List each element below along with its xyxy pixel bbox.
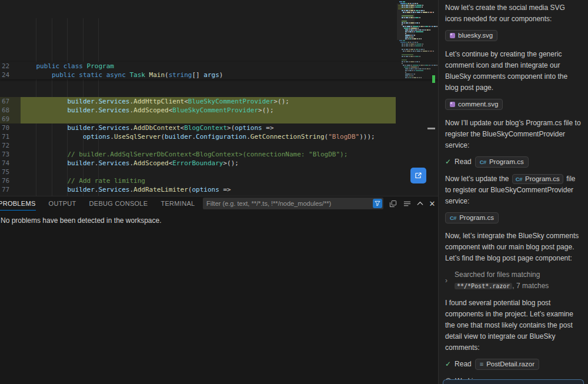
chat-paragraph: Now, let’s integrate the BlueSky comment… — [445, 231, 582, 264]
code-line[interactable]: 73 // builder.AddSqlServerDbContext<Blog… — [0, 150, 396, 159]
line-number: 77 — [0, 185, 21, 194]
csharp-file-icon: C# — [450, 213, 456, 222]
panel-tabs: PROBLEMSOUTPUTDEBUG CONSOLETERMINALPORTS — [0, 196, 231, 211]
minimap[interactable] — [398, 1, 413, 79]
problems-filter-input[interactable] — [203, 198, 383, 209]
csharp-file-icon: C# — [516, 175, 522, 183]
code-line[interactable]: 78 { — [0, 194, 396, 196]
close-panel-icon[interactable]: ✕ — [427, 199, 437, 208]
line-number: 22 — [0, 62, 21, 71]
check-icon: ✓ — [445, 156, 451, 168]
svg-file-icon — [450, 33, 455, 38]
file-chip-program-cs[interactable]: C# Program.cs — [445, 212, 499, 223]
line-number: 67 — [0, 97, 21, 106]
chat-input[interactable] — [443, 379, 584, 384]
view-menu-icon[interactable] — [402, 199, 412, 208]
code-line[interactable]: 70 builder.Services.AddDbContext<BlogCon… — [0, 123, 396, 132]
funnel-icon — [375, 201, 380, 206]
chat-paragraph: Now I’ll update our blog’s Program.cs fi… — [445, 118, 582, 151]
code-line[interactable]: 76 // Add rate limiting — [0, 176, 396, 185]
overview-ruler-cursor-mark — [427, 128, 435, 129]
file-chip-program-cs[interactable]: C# Program.cs — [475, 156, 529, 168]
line-number: 75 — [0, 168, 21, 176]
chat-paragraph: Now let’s create the social media SVG ic… — [445, 2, 582, 25]
problems-empty-message: No problems have been detected in the wo… — [1, 216, 438, 225]
line-number: 72 — [0, 141, 21, 150]
insert-into-file-icon — [414, 171, 423, 180]
chat-paragraph: I found several potential blog post comp… — [445, 298, 582, 353]
check-icon: ✓ — [445, 359, 451, 370]
line-number: 78 — [0, 194, 21, 196]
line-number: 69 — [0, 115, 21, 123]
razor-file-icon: ≡ — [480, 360, 483, 369]
search-tool-row[interactable]: › Searched for files matching **/*Post*.… — [445, 269, 582, 292]
file-chip-postdetail-razor[interactable]: ≡ PostDetail.razor — [475, 359, 539, 370]
problems-filter — [203, 198, 383, 209]
code-line[interactable]: 77 builder.Services.AddRateLimiter(optio… — [0, 185, 396, 194]
line-number: 73 — [0, 150, 21, 159]
code-line[interactable]: 72 — [0, 141, 396, 150]
overview-ruler-added-mark — [432, 75, 435, 83]
code-line[interactable]: 24 public static async Task Main(string[… — [0, 71, 396, 79]
code-line[interactable]: 69 — [0, 115, 396, 123]
svg-file-icon — [450, 102, 455, 107]
read-tool-row: ✓ Read ≡ PostDetail.razor — [445, 359, 582, 370]
line-number: 70 — [0, 123, 21, 132]
tab-output[interactable]: OUTPUT — [49, 197, 76, 210]
chevron-right-icon: › — [445, 275, 451, 286]
code-line[interactable]: 71 options.UseSqlServer(builder.Configur… — [0, 132, 396, 141]
chat-paragraph: Let’s continue by creating the generic c… — [445, 49, 582, 94]
maximize-panel-icon[interactable] — [415, 199, 425, 208]
line-number: 76 — [0, 176, 21, 185]
panel-tab-bar: PROBLEMSOUTPUTDEBUG CONSOLETERMINALPORTS… — [0, 196, 438, 211]
vscode-window: 22 public class Program24 public static … — [0, 0, 588, 384]
chat-panel: Now let’s create the social media SVG ic… — [438, 0, 588, 384]
open-in-editor-icon[interactable] — [388, 199, 397, 208]
code-line[interactable]: 68 builder.Services.AddScoped<BlueSkyCom… — [0, 106, 396, 115]
code-line[interactable]: 22 public class Program — [0, 62, 396, 71]
file-chip-bluesky-svg[interactable]: bluesky.svg — [445, 30, 497, 41]
sticky-scroll[interactable]: 22 public class Program24 public static … — [0, 62, 438, 79]
code-line[interactable]: 67 builder.Services.AddHttpClient<BlueSk… — [0, 97, 396, 106]
tab-debug-console[interactable]: DEBUG CONSOLE — [89, 197, 148, 210]
file-chip-program-cs[interactable]: C#Program.cs — [512, 174, 563, 184]
code-lines[interactable]: 67 builder.Services.AddHttpClient<BlueSk… — [0, 97, 438, 196]
tab-problems[interactable]: PROBLEMS — [0, 197, 36, 211]
read-tool-row: ✓ Read C# Program.cs — [445, 156, 582, 168]
glob-pattern: **/*Post*.razor — [455, 283, 512, 289]
code-editor[interactable]: 22 public class Program24 public static … — [0, 0, 438, 196]
line-number: 74 — [0, 159, 21, 168]
tab-terminal[interactable]: TERMINAL — [161, 197, 195, 210]
apply-edit-button[interactable] — [410, 168, 426, 183]
csharp-file-icon: C# — [480, 158, 486, 166]
line-number: 68 — [0, 106, 21, 115]
filter-icon[interactable] — [373, 199, 382, 208]
file-chip-comment-svg[interactable]: comment.svg — [445, 99, 503, 110]
chat-paragraph: Now let’s update the C#Program.cs file t… — [445, 173, 582, 207]
line-number: 24 — [0, 71, 21, 79]
line-number: 71 — [0, 132, 21, 141]
bottom-panel: PROBLEMSOUTPUTDEBUG CONSOLETERMINALPORTS… — [0, 196, 438, 384]
code-line[interactable]: 75 — [0, 168, 396, 176]
code-line[interactable]: 74 builder.Services.AddScoped<ErrorBound… — [0, 159, 396, 168]
